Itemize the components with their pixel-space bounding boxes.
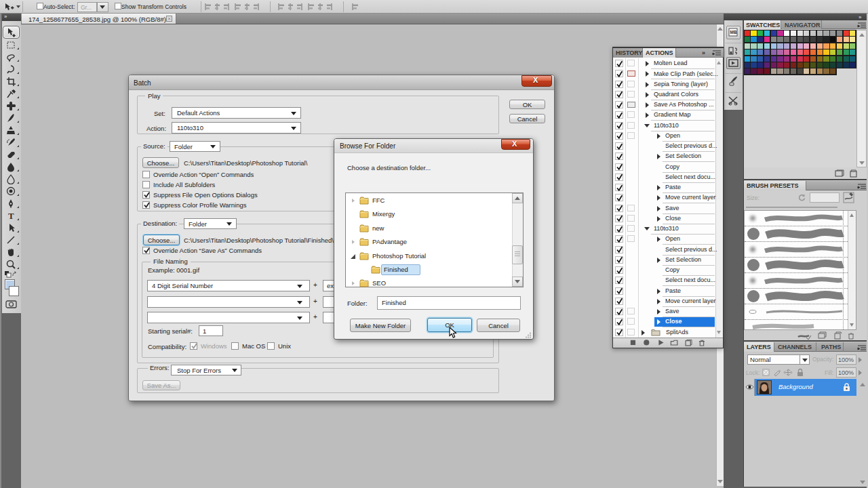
svg-text:MB: MB (730, 30, 737, 35)
svg-text:T: T (8, 211, 14, 221)
